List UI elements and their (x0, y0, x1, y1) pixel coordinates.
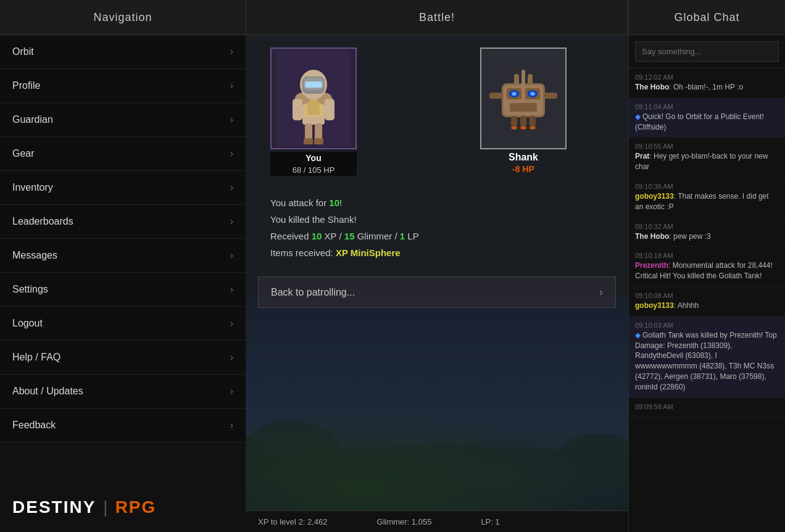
main-content: Battle! (246, 0, 628, 532)
chat-header: Global Chat (629, 0, 785, 35)
enemy-sprite (486, 59, 560, 139)
svg-point-41 (530, 126, 536, 130)
chat-message: 09:10:32 AM The Hobo: pew pew :3 (629, 218, 785, 247)
svg-rect-24 (510, 103, 537, 112)
battle-area: You 68 / 105 HP (246, 35, 628, 188)
xp-status: XP to level 2: 2,462 (258, 517, 328, 526)
sidebar-item-profile[interactable]: Profile › (0, 69, 246, 103)
sidebar-item-logout[interactable]: Logout › (0, 307, 246, 341)
sidebar-item-inventory[interactable]: Inventory › (0, 171, 246, 205)
sidebar-item-settings[interactable]: Settings › (0, 273, 246, 307)
guardian-chevron-icon: › (230, 114, 233, 125)
chat-timestamp: 09:10:18 AM (635, 252, 779, 259)
background-scene (246, 297, 628, 513)
enemy-hp: -8 HP (512, 164, 534, 174)
svg-rect-14 (305, 81, 322, 88)
chat-input-area (629, 35, 785, 69)
player-card: You 68 / 105 HP (270, 48, 357, 176)
chat-input[interactable] (635, 41, 779, 62)
chat-timestamp: 09:10:32 AM (635, 223, 779, 230)
enemy-card: Shank -8 HP (480, 48, 567, 174)
nav-items: Orbit › Profile › Guardian › Gear › Inve… (0, 35, 246, 443)
chat-title: Global Chat (674, 11, 739, 24)
svg-point-44 (246, 433, 266, 483)
chat-timestamp: 09:12:02 AM (635, 73, 779, 81)
logout-label: Logout (12, 318, 43, 329)
glimmer-status: Glimmer: 1,055 (377, 517, 432, 526)
chat-message: 09:10:18 AM Prezenith: Monumental attack… (629, 247, 785, 287)
svg-rect-9 (293, 99, 302, 120)
navigation-title: Navigation (93, 11, 152, 24)
log-line-4: Items received: XP MiniSphere (270, 244, 604, 261)
logout-chevron-icon: › (230, 318, 233, 329)
sidebar-item-messages[interactable]: Messages › (0, 239, 246, 273)
chat-timestamp: 09:10:55 AM (635, 143, 779, 150)
svg-rect-35 (544, 93, 557, 99)
gear-chevron-icon: › (230, 148, 233, 159)
chat-message: 09:10:08 AM goboy3133: Ahhhh (629, 287, 785, 317)
log-line-1: You attack for 10! (270, 194, 604, 211)
logo-divider: | (103, 497, 107, 517)
chat-timestamp: 09:10:08 AM (635, 292, 779, 299)
chat-text: ◆Quick! Go to Orbit for a Public Event! … (635, 112, 779, 133)
sidebar-logo: DESTINY | RPG (0, 483, 246, 532)
help-chevron-icon: › (230, 352, 233, 363)
sidebar-item-leaderboards[interactable]: Leaderboards › (0, 205, 246, 239)
chat-message: 09:10:55 AM Prat: Hey get yo-blam!-back … (629, 138, 785, 178)
logo-destiny: DESTINY (12, 497, 96, 517)
chat-text: The Hobo: Oh -blam!-, 1m HP :o (635, 82, 779, 93)
sidebar: Navigation Orbit › Profile › Guardian › … (0, 0, 246, 532)
svg-point-45 (246, 421, 340, 483)
player-sprite (276, 51, 351, 146)
svg-rect-38 (530, 116, 536, 126)
svg-rect-33 (521, 70, 525, 85)
svg-rect-36 (511, 116, 517, 126)
player-frame (270, 48, 357, 149)
svg-point-30 (531, 92, 534, 95)
svg-rect-48 (402, 421, 404, 470)
sidebar-item-feedback[interactable]: Feedback › (0, 409, 246, 443)
battle-header: Battle! (246, 0, 628, 35)
feedback-chevron-icon: › (230, 420, 233, 431)
help-label: Help / FAQ (12, 352, 60, 363)
chat-message: 09:10:36 AM goboy3133: That makes sense.… (629, 178, 785, 218)
gear-label: Gear (12, 148, 35, 159)
settings-chevron-icon: › (230, 284, 233, 295)
inventory-label: Inventory (12, 182, 53, 193)
svg-rect-37 (520, 116, 526, 126)
leaderboards-chevron-icon: › (230, 216, 233, 227)
svg-point-40 (520, 126, 526, 130)
lp-status: LP: 1 (481, 517, 499, 526)
back-to-patrolling-button[interactable]: Back to patrolling... › (258, 276, 616, 308)
player-name: You (270, 152, 357, 164)
svg-rect-49 (451, 427, 453, 470)
sidebar-item-help[interactable]: Help / FAQ › (0, 341, 246, 375)
chat-text: The Hobo: pew pew :3 (635, 231, 779, 242)
enemy-frame (480, 48, 567, 149)
sidebar-item-orbit[interactable]: Orbit › (0, 35, 246, 69)
svg-point-39 (511, 126, 517, 130)
battle-log: You attack for 10! You killed the Shank!… (246, 188, 628, 267)
sidebar-item-guardian[interactable]: Guardian › (0, 103, 246, 137)
svg-rect-31 (514, 74, 519, 85)
profile-chevron-icon: › (230, 80, 233, 91)
log-line-3: Received 10 XP / 15 Glimmer / 1 LP (270, 228, 604, 244)
chat-timestamp: 09:10:36 AM (635, 183, 779, 190)
orbit-label: Orbit (12, 46, 34, 57)
chat-text: ◆Goliath Tank was killed by Prezenith! T… (635, 330, 779, 393)
leaderboards-label: Leaderboards (12, 216, 73, 227)
svg-rect-17 (304, 138, 313, 144)
enemy-name: Shank (509, 149, 538, 164)
feedback-label: Feedback (12, 420, 56, 431)
svg-rect-18 (314, 138, 323, 144)
back-to-patrolling-arrow-icon: › (599, 286, 603, 299)
chat-timestamp: 09:09:58 AM (635, 403, 779, 410)
chat-message: 09:09:58 AM (629, 398, 785, 417)
svg-point-43 (246, 446, 628, 513)
player-hp: 68 / 105 HP (270, 164, 357, 176)
sidebar-item-about[interactable]: About / Updates › (0, 375, 246, 409)
chat-message-system: 09:11:04 AM ◆Quick! Go to Orbit for a Pu… (629, 98, 785, 138)
logo-rpg: RPG (115, 497, 157, 517)
log-line-2: You killed the Shank! (270, 211, 604, 228)
sidebar-item-gear[interactable]: Gear › (0, 137, 246, 171)
